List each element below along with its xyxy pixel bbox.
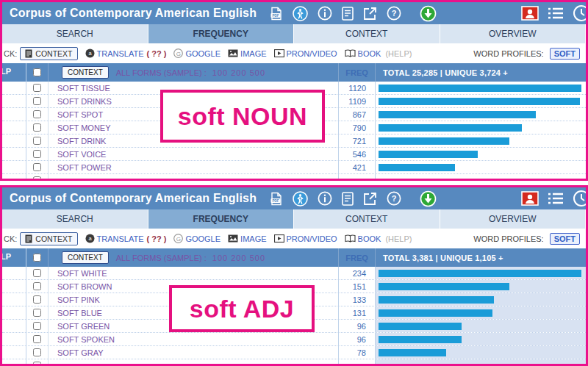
options-toolbar: CK: CONTEXT a TRANSLATE ( ?? ) G GOOGLE … <box>2 229 586 248</box>
word-link[interactable] <box>49 174 339 179</box>
book-link[interactable]: BOOK <box>358 49 381 58</box>
user-icon[interactable] <box>521 191 539 206</box>
select-all-cell <box>26 63 49 82</box>
row-checkbox[interactable] <box>33 362 41 364</box>
word-link[interactable]: SOFT WHITE <box>49 267 339 279</box>
freq-value <box>339 174 376 179</box>
image-link[interactable]: IMAGE <box>240 234 266 243</box>
info-icon[interactable] <box>318 6 332 21</box>
freq-value <box>339 359 376 364</box>
context-button[interactable]: CONTEXT <box>20 47 77 60</box>
freq-bar-cell <box>376 359 586 364</box>
freq-bar-cell <box>376 267 586 279</box>
word-column-header: CONTEXT ALL FORMS (SAMPLE) : 100 200 500 <box>49 63 339 82</box>
user-icon[interactable] <box>521 6 539 21</box>
freq-bar-cell <box>376 346 586 359</box>
table-row <box>2 359 586 364</box>
history-icon[interactable] <box>573 4 588 22</box>
row-checkbox[interactable] <box>33 163 41 171</box>
notes-icon[interactable] <box>342 7 354 21</box>
list-icon[interactable] <box>548 7 564 20</box>
tab-context[interactable]: CONTEXT <box>294 24 440 43</box>
tab-frequency[interactable]: FREQUENCY <box>148 24 295 43</box>
row-checkbox[interactable] <box>33 150 41 158</box>
sample-size-links[interactable]: 100 200 500 <box>212 254 265 262</box>
row-checkbox[interactable] <box>33 322 41 330</box>
context-header-button[interactable]: CONTEXT <box>62 251 109 264</box>
tab-search[interactable]: SEARCH <box>2 209 148 229</box>
help-link[interactable]: (HELP) <box>385 234 412 243</box>
pron-video-link[interactable]: PRON/VIDEO <box>287 234 337 243</box>
row-checkbox[interactable] <box>33 176 41 179</box>
row-checkbox[interactable] <box>33 84 41 92</box>
translate-link[interactable]: TRANSLATE <box>97 234 144 243</box>
notes-icon[interactable] <box>342 192 354 206</box>
row-checkbox[interactable] <box>33 269 41 277</box>
help-icon[interactable]: ? <box>387 191 401 206</box>
row-checkbox[interactable] <box>33 123 41 132</box>
table-row <box>2 174 586 179</box>
word-profiles-soft-button[interactable]: SOFT <box>550 233 580 245</box>
freq-bar <box>379 323 462 330</box>
pdf-icon[interactable]: PDF <box>270 7 283 21</box>
pron-video-link[interactable]: PRON/VIDEO <box>287 49 337 58</box>
external-link-icon[interactable] <box>363 192 377 206</box>
pdf-icon[interactable]: PDF <box>270 192 283 206</box>
tab-search[interactable]: SEARCH <box>2 24 148 43</box>
history-icon[interactable] <box>573 190 588 207</box>
word-link[interactable]: SOFT POWER <box>49 161 339 173</box>
translate-help[interactable]: ( ?? ) <box>147 234 167 243</box>
tab-overview[interactable]: OVERVIEW <box>440 24 587 43</box>
row-number-cell: 5 <box>2 320 26 332</box>
word-link[interactable]: SOFT GRAY <box>49 346 339 359</box>
translate-help[interactable]: ( ?? ) <box>147 49 167 58</box>
word-link[interactable]: SOFT VOICE <box>49 148 339 160</box>
row-checkbox[interactable] <box>33 348 41 356</box>
row-checkbox[interactable] <box>33 282 41 290</box>
video-icon <box>274 234 284 243</box>
download-icon[interactable] <box>420 5 437 22</box>
info-icon[interactable] <box>318 191 332 206</box>
context-header-button[interactable]: CONTEXT <box>62 66 109 79</box>
tab-frequency[interactable]: FREQUENCY <box>148 209 295 229</box>
help-link[interactable]: (HELP) <box>385 49 412 58</box>
external-link-icon[interactable] <box>363 7 377 21</box>
row-checkbox[interactable] <box>33 335 41 343</box>
row-checkbox[interactable] <box>33 137 41 145</box>
context-button[interactable]: CONTEXT <box>20 232 77 245</box>
accessibility-icon[interactable] <box>293 191 308 207</box>
tab-context[interactable]: CONTEXT <box>294 209 440 229</box>
freq-bar-cell <box>376 333 586 345</box>
download-icon[interactable] <box>420 190 437 207</box>
total-unique-label[interactable]: TOTAL 3,381 | UNIQUE 1,105 + <box>376 248 586 267</box>
freq-bar-cell <box>376 320 586 332</box>
tab-bar: SEARCH FREQUENCY CONTEXT OVERVIEW <box>2 209 586 229</box>
row-checkbox-cell <box>26 359 49 364</box>
select-all-checkbox[interactable] <box>33 68 41 76</box>
book-link[interactable]: BOOK <box>358 234 381 243</box>
row-number-cell <box>2 174 26 179</box>
row-number-cell: 6 <box>2 333 26 345</box>
sample-size-links[interactable]: 100 200 500 <box>212 68 265 77</box>
google-link[interactable]: GOOGLE <box>185 234 220 243</box>
select-all-checkbox[interactable] <box>33 254 41 262</box>
row-checkbox-cell <box>26 174 49 179</box>
total-unique-label[interactable]: TOTAL 25,285 | UNIQUE 3,724 + <box>376 63 586 82</box>
tab-overview[interactable]: OVERVIEW <box>440 209 587 229</box>
translate-link[interactable]: TRANSLATE <box>97 49 144 58</box>
row-checkbox[interactable] <box>33 110 41 118</box>
freq-bar <box>379 309 492 317</box>
row-checkbox[interactable] <box>33 295 41 304</box>
google-link[interactable]: GOOGLE <box>185 49 220 58</box>
word-link[interactable] <box>49 359 339 364</box>
accessibility-icon[interactable] <box>293 6 308 21</box>
image-link[interactable]: IMAGE <box>240 49 266 58</box>
freq-bar <box>379 137 509 145</box>
row-checkbox[interactable] <box>33 309 41 317</box>
help-icon[interactable]: ? <box>387 6 401 21</box>
freq-bar <box>379 98 580 105</box>
word-profiles-soft-button[interactable]: SOFT <box>550 48 580 60</box>
word-link[interactable]: SOFT SPOKEN <box>49 333 339 345</box>
list-icon[interactable] <box>548 192 564 205</box>
row-checkbox[interactable] <box>33 97 41 105</box>
